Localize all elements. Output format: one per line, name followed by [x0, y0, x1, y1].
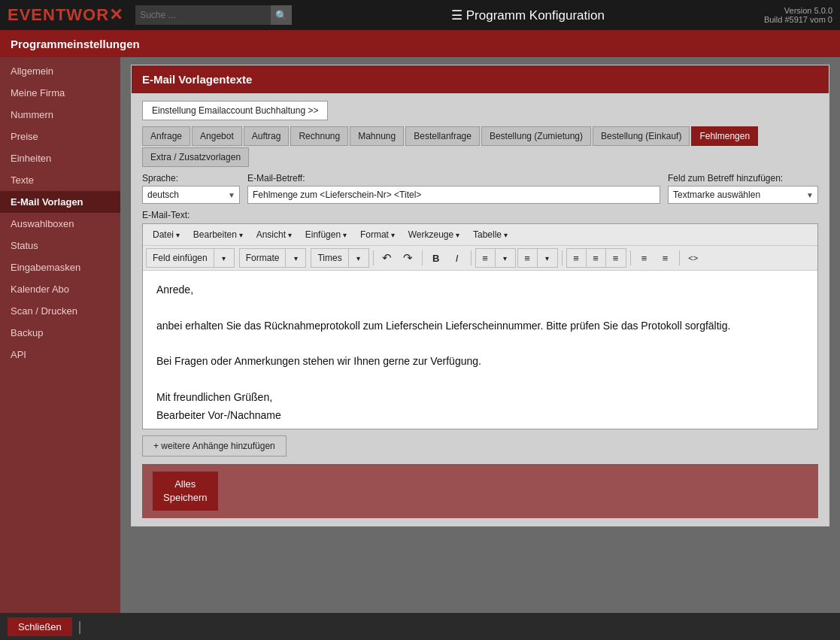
sidebar-item-einheiten[interactable]: Einheiten	[0, 147, 120, 169]
tab-bestellung-einkauf[interactable]: Bestellung (Einkauf)	[593, 126, 690, 146]
close-button[interactable]: Schließen	[8, 617, 72, 636]
sidebar-item-meine-firma[interactable]: Meine Firma	[0, 82, 120, 104]
tab-fehlmengen[interactable]: Fehlmengen	[691, 126, 758, 146]
feld-einfuegen-dropdown[interactable]: ▾	[214, 249, 234, 267]
align-center-btn[interactable]: ≡	[587, 249, 606, 267]
tab-rechnung[interactable]: Rechnung	[290, 126, 348, 146]
outdent-btn[interactable]: ≡	[656, 249, 675, 267]
attach-row: + weitere Anhänge hinzufügen	[142, 429, 818, 456]
search-box: 🔍	[135, 5, 292, 25]
font-group: Times ▾	[311, 248, 368, 268]
tab-bestellanfrage[interactable]: Bestellanfrage	[405, 126, 480, 146]
toolbar-row1: Datei Bearbeiten Ansicht Einfügen Format…	[143, 224, 817, 246]
sidebar-item-preise[interactable]: Preise	[0, 126, 120, 147]
sidebar-item-nummern[interactable]: Nummern	[0, 104, 120, 126]
toolbar-format[interactable]: Format	[353, 226, 402, 243]
formate-btn[interactable]: Formate	[240, 249, 287, 267]
feld-einfuegen-group: Feld einfügen ▾	[146, 248, 235, 268]
tab-bestellung-zumietung[interactable]: Bestellung (Zumietung)	[481, 126, 591, 146]
save-section: Alles Speichern	[142, 464, 818, 518]
align-justify-btn[interactable]: ≡	[635, 249, 654, 267]
editor-line3: anbei erhalten Sie das Rücknahmeprotokol…	[156, 317, 804, 335]
panel-body: Einstellung Emailaccount Buchhaltung >> …	[132, 93, 829, 526]
sprache-label: Sprache:	[142, 173, 240, 184]
redo-btn[interactable]: ↷	[399, 249, 418, 267]
italic-btn[interactable]: I	[447, 249, 467, 267]
betreff-group: E-Mail-Betreff:	[247, 173, 660, 204]
build-text: Build #5917 vom 0	[764, 15, 832, 24]
toolbar-werkzeuge[interactable]: Werkzeuge	[402, 226, 466, 243]
toolbar-datei[interactable]: Datei	[146, 226, 186, 243]
search-input[interactable]	[135, 5, 271, 25]
bold-btn[interactable]: B	[426, 249, 446, 267]
list-ul-group: ≡ ▾	[475, 248, 516, 268]
feld-label: Feld zum Betreff hinzufügen:	[668, 173, 818, 184]
align-right-btn[interactable]: ≡	[606, 249, 626, 267]
betreff-input[interactable]	[247, 186, 660, 204]
editor-line8: Bearbeiter Vor-/Nachname	[156, 407, 804, 425]
editor-content[interactable]: Anrede, anbei erhalten Sie das Rücknahme…	[143, 271, 817, 429]
sidebar-item-auswahlboxen[interactable]: Auswahlboxen	[0, 213, 120, 235]
sprache-group: Sprache: deutsch	[142, 173, 240, 204]
toolbar-einfuegen[interactable]: Einfügen	[299, 226, 353, 243]
betreff-label: E-Mail-Betreff:	[247, 173, 660, 184]
editor-line2	[156, 299, 804, 317]
top-title-text: Programm Konfiguration	[466, 8, 605, 23]
code-btn[interactable]: <>	[684, 249, 703, 267]
undo-btn[interactable]: ↶	[378, 249, 397, 267]
email-account-button[interactable]: Einstellung Emailaccount Buchhaltung >>	[142, 101, 328, 120]
feld-einfuegen-btn[interactable]: Feld einfügen	[147, 249, 214, 267]
tab-anfrage[interactable]: Anfrage	[142, 126, 190, 146]
sidebar-item-api[interactable]: API	[0, 344, 120, 365]
formate-dropdown[interactable]: ▾	[286, 249, 305, 267]
sidebar-item-status[interactable]: Status	[0, 235, 120, 256]
tab-auftrag[interactable]: Auftrag	[244, 126, 290, 146]
title-icon: ☰	[451, 8, 462, 23]
bottom-separator: |	[78, 619, 82, 635]
align-left-btn[interactable]: ≡	[567, 249, 587, 267]
sidebar-item-kalender-abo[interactable]: Kalender Abo	[0, 278, 120, 300]
prog-header-label: Programmeinstellungen	[11, 38, 140, 50]
toolbar-bearbeiten[interactable]: Bearbeiten	[186, 226, 250, 243]
toolbar-sep4	[562, 250, 563, 265]
editor-wrap: Datei Bearbeiten Ansicht Einfügen Format…	[142, 223, 818, 429]
align-group: ≡ ≡ ≡	[566, 248, 626, 268]
list-ol-group: ≡ ▾	[517, 248, 558, 268]
search-button[interactable]: 🔍	[271, 5, 292, 25]
version-text: Version 5.0.0	[764, 6, 832, 15]
sidebar: Allgemein Meine Firma Nummern Preise Ein…	[0, 57, 120, 613]
sidebar-item-allgemein[interactable]: Allgemein	[0, 60, 120, 82]
editor-line1: Anrede,	[156, 281, 804, 299]
toolbar-row2: Feld einfügen ▾ Formate ▾ Times ▾ ↶	[143, 246, 817, 271]
font-btn[interactable]: Times	[311, 249, 348, 267]
sidebar-item-scan-drucken[interactable]: Scan / Drucken	[0, 300, 120, 322]
tab-mahnung[interactable]: Mahnung	[350, 126, 404, 146]
list-ul-dropdown[interactable]: ▾	[496, 249, 515, 267]
save-button[interactable]: Alles Speichern	[153, 472, 218, 511]
sidebar-item-email-vorlagen[interactable]: E-Mail Vorlagen	[0, 191, 120, 213]
content-area: E-Mail Vorlagentexte Einstellung Emailac…	[120, 57, 840, 613]
panel-title: E-Mail Vorlagentexte	[142, 73, 252, 86]
list-ol-btn[interactable]: ≡	[518, 249, 538, 267]
editor-line7: Mit freundlichen Grüßen,	[156, 389, 804, 407]
attach-button[interactable]: + weitere Anhänge hinzufügen	[142, 435, 287, 456]
bottom-bar: Schließen |	[0, 613, 840, 640]
sidebar-item-eingabemasken[interactable]: Eingabemasken	[0, 256, 120, 278]
toolbar-tabelle[interactable]: Tabelle	[466, 226, 514, 243]
tab-extra-zusatzvorlagen[interactable]: Extra / Zusatzvorlagen	[142, 147, 249, 167]
list-ol-dropdown[interactable]: ▾	[538, 249, 557, 267]
sprache-select-wrap: deutsch	[142, 186, 240, 204]
list-ul-btn[interactable]: ≡	[476, 249, 496, 267]
font-dropdown[interactable]: ▾	[349, 249, 368, 267]
feld-group: Feld zum Betreff hinzufügen: Textmarke a…	[668, 173, 818, 204]
sprache-select[interactable]: deutsch	[142, 186, 240, 204]
sidebar-item-texte[interactable]: Texte	[0, 169, 120, 191]
formate-group: Formate ▾	[239, 248, 307, 268]
toolbar-sep3	[471, 250, 472, 265]
editor-line5: Bei Fragen oder Anmerkungen stehen wir I…	[156, 353, 804, 371]
tab-angebot[interactable]: Angebot	[192, 126, 242, 146]
version-info: Version 5.0.0 Build #5917 vom 0	[764, 6, 832, 24]
toolbar-ansicht[interactable]: Ansicht	[250, 226, 299, 243]
sidebar-item-backup[interactable]: Backup	[0, 322, 120, 344]
feld-select[interactable]: Textmarke auswählen	[668, 186, 818, 204]
